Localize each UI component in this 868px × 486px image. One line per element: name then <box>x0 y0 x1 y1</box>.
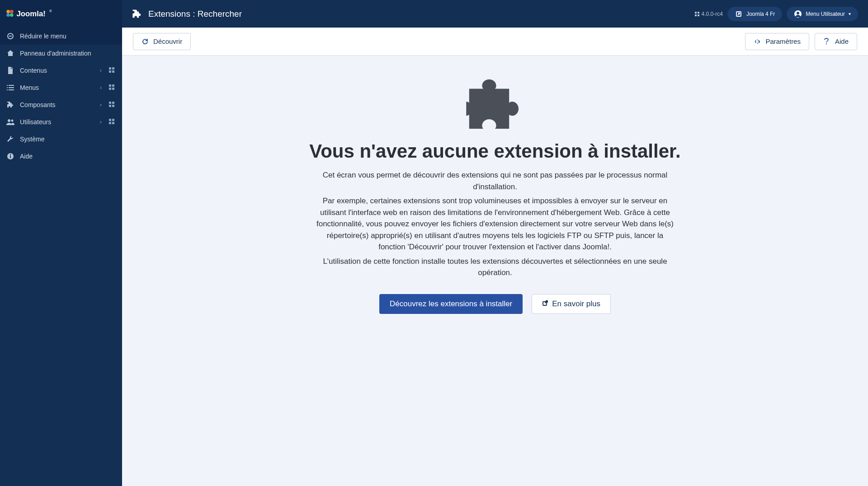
version-text: 4.0.0-rc4 <box>702 11 723 17</box>
puzzle-icon <box>132 9 142 19</box>
help-label: Aide <box>835 37 849 45</box>
sidebar-item-dashboard[interactable]: Panneau d'administration <box>0 45 122 62</box>
svg-rect-23 <box>112 102 114 104</box>
brand-logo[interactable]: Joomla! ® <box>0 0 122 28</box>
joomla-mark-icon <box>694 11 700 17</box>
svg-rect-37 <box>695 14 697 16</box>
svg-rect-36 <box>698 12 699 14</box>
collapse-label: Réduire le menu <box>20 33 116 40</box>
question-icon <box>823 38 830 45</box>
svg-point-2 <box>6 13 10 17</box>
svg-rect-11 <box>112 70 114 73</box>
svg-point-41 <box>797 12 799 14</box>
sidebar-item-system[interactable]: Système <box>0 131 122 148</box>
svg-rect-7 <box>9 36 12 37</box>
info-icon <box>6 153 14 160</box>
svg-rect-25 <box>112 105 114 107</box>
sidebar-item-users[interactable]: Utilisateurs › <box>0 113 122 131</box>
discover-label: Découvrir <box>153 37 182 45</box>
puzzle-icon <box>6 101 14 108</box>
topbar-right: 4.0.0-rc4 Joomla 4 Fr Menu Utilisateur ▾ <box>694 7 858 21</box>
sidebar-item-label: Composants <box>20 101 91 108</box>
sidebar-item-help[interactable]: Aide <box>0 148 122 165</box>
chevron-right-icon: › <box>97 102 105 108</box>
users-icon <box>6 119 14 125</box>
main: Extensions : Rechercher 4.0.0-rc4 Joomla… <box>122 0 868 486</box>
discover-button[interactable]: Découvrir <box>133 33 191 50</box>
version-badge: 4.0.0-rc4 <box>694 11 723 17</box>
collapse-menu[interactable]: Réduire le menu <box>0 28 122 45</box>
svg-rect-20 <box>109 88 111 90</box>
svg-rect-17 <box>9 89 14 90</box>
svg-point-1 <box>10 9 14 13</box>
user-icon <box>794 10 802 18</box>
svg-rect-24 <box>109 105 111 107</box>
svg-point-27 <box>11 120 14 122</box>
svg-point-0 <box>6 9 10 13</box>
svg-rect-35 <box>695 12 697 14</box>
svg-rect-38 <box>698 14 699 16</box>
svg-rect-18 <box>109 84 111 87</box>
file-icon <box>6 67 14 74</box>
svg-rect-21 <box>112 88 114 90</box>
dashboard-grid-icon[interactable] <box>108 67 116 75</box>
topbar: Extensions : Rechercher 4.0.0-rc4 Joomla… <box>122 0 868 28</box>
refresh-icon <box>142 38 149 45</box>
empty-description: Cet écran vous permet de découvrir des e… <box>314 169 676 281</box>
user-menu[interactable]: Menu Utilisateur ▾ <box>787 7 858 21</box>
learn-more-label: En savoir plus <box>552 299 600 308</box>
sidebar-item-label: Menus <box>20 84 91 91</box>
svg-rect-9 <box>112 67 114 70</box>
empty-p1: Cet écran vous permet de découvrir des e… <box>314 169 676 192</box>
svg-rect-16 <box>7 89 8 90</box>
external-link-icon <box>735 10 743 18</box>
chevron-down-icon: ▾ <box>849 11 851 16</box>
joomla-logo-icon: Joomla! ® <box>5 8 64 20</box>
page-title: Extensions : Rechercher <box>148 9 688 19</box>
options-label: Paramètres <box>765 37 801 45</box>
chevron-right-icon: › <box>97 119 105 125</box>
options-button[interactable]: Paramètres <box>745 33 809 50</box>
sidebar-item-components[interactable]: Composants › <box>0 96 122 113</box>
svg-rect-19 <box>112 84 114 87</box>
sidebar-item-content[interactable]: Contenus › <box>0 62 122 79</box>
list-icon <box>6 84 14 91</box>
svg-rect-12 <box>7 85 8 86</box>
sidebar: Joomla! ® Réduire le menu Panneau d'admi… <box>0 0 122 486</box>
discover-extensions-button[interactable]: Découvrez les extensions à installer <box>379 294 523 314</box>
user-menu-label: Menu Utilisateur <box>806 11 845 17</box>
sidebar-item-label: Panneau d'administration <box>20 50 116 57</box>
svg-rect-13 <box>9 85 14 86</box>
empty-p2: Par exemple, certaines extensions sont t… <box>314 195 676 253</box>
site-link-label: Joomla 4 Fr <box>746 11 775 17</box>
svg-rect-15 <box>9 87 14 88</box>
dashboard-grid-icon[interactable] <box>108 101 116 109</box>
home-icon <box>6 50 14 57</box>
empty-actions: Découvrez les extensions à installer En … <box>379 294 611 314</box>
collapse-icon <box>6 33 14 40</box>
svg-rect-14 <box>7 87 8 88</box>
empty-p3: L'utilisation de cette fonction installe… <box>314 256 676 279</box>
svg-rect-29 <box>112 119 114 121</box>
sidebar-item-label: Système <box>20 136 116 143</box>
site-link[interactable]: Joomla 4 Fr <box>727 7 782 21</box>
external-link-icon <box>542 299 548 308</box>
svg-rect-31 <box>112 122 114 124</box>
dashboard-grid-icon[interactable] <box>108 118 116 126</box>
sidebar-item-label: Contenus <box>20 67 91 74</box>
empty-heading: Vous n'avez aucune extension à installer… <box>309 140 681 162</box>
dashboard-grid-icon[interactable] <box>108 84 116 92</box>
svg-rect-33 <box>10 155 11 158</box>
learn-more-button[interactable]: En savoir plus <box>532 294 611 314</box>
sidebar-item-menus[interactable]: Menus › <box>0 79 122 96</box>
svg-point-26 <box>8 119 10 122</box>
chevron-right-icon: › <box>97 67 105 74</box>
help-button[interactable]: Aide <box>815 33 857 50</box>
toolbar: Découvrir Paramètres Aide <box>122 28 868 56</box>
svg-rect-10 <box>109 70 111 73</box>
puzzle-big-icon <box>466 76 524 132</box>
svg-rect-34 <box>10 154 11 155</box>
svg-rect-22 <box>109 102 111 104</box>
svg-rect-30 <box>109 122 111 124</box>
gear-icon <box>754 38 761 45</box>
